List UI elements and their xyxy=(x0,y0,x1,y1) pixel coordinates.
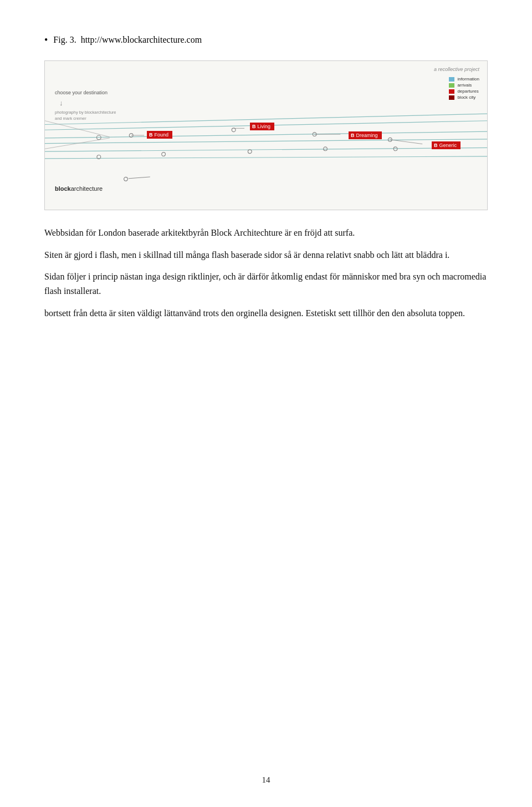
svg-line-5 xyxy=(45,156,487,159)
nav-box-b-generic: B xyxy=(434,143,438,148)
page-number: 14 xyxy=(262,775,270,785)
paragraph-1: Webbsidan för London baserade arkitektby… xyxy=(44,226,488,240)
nav-box-label-generic: Generic xyxy=(439,143,457,148)
svg-line-23 xyxy=(129,177,150,179)
paragraph-2: Siten är gjord i flash, men i skillnad t… xyxy=(44,248,488,262)
svg-point-24 xyxy=(124,177,128,181)
nav-box-living[interactable]: B Living xyxy=(250,123,274,130)
figure-reference: • Fig. 3. http://www.blockarchitecture.c… xyxy=(44,33,488,47)
brand-architecture: architecture xyxy=(71,185,103,192)
figure-text: Fig. 3. http://www.blockarchitecture.com xyxy=(53,33,202,47)
fig-label: Fig. 3. xyxy=(53,35,76,44)
paragraph-3: Sidan följer i princip nästan inga desig… xyxy=(44,270,488,298)
nav-box-label-living: Living xyxy=(258,124,271,129)
nav-box-b-dreaming: B xyxy=(351,133,355,138)
paragraph-4: bortsett från detta är siten väldigt lät… xyxy=(44,306,488,321)
nav-box-b-living: B xyxy=(252,124,256,129)
page: • Fig. 3. http://www.blockarchitecture.c… xyxy=(0,0,532,807)
svg-line-2 xyxy=(45,131,487,138)
svg-line-17 xyxy=(390,140,422,144)
svg-line-3 xyxy=(45,139,487,144)
nav-box-found[interactable]: B Found xyxy=(147,131,172,139)
screenshot-box: a recollective project information arriv… xyxy=(44,60,488,210)
screenshot-container: a recollective project information arriv… xyxy=(44,60,488,210)
nav-box-b-found: B xyxy=(149,132,153,138)
svg-point-19 xyxy=(162,153,166,156)
screenshot-lines-svg xyxy=(45,61,487,210)
nav-box-generic[interactable]: B Generic xyxy=(432,141,461,149)
nav-box-label-dreaming: Dreaming xyxy=(356,133,378,138)
nav-box-dreaming[interactable]: B Dreaming xyxy=(349,131,382,139)
bullet-symbol: • xyxy=(44,33,48,47)
svg-point-10 xyxy=(232,128,236,132)
screenshot-inner: a recollective project information arriv… xyxy=(45,61,487,210)
screenshot-brand: blockarchitecture xyxy=(55,185,103,192)
svg-line-4 xyxy=(45,148,487,152)
svg-point-20 xyxy=(248,150,252,154)
nav-box-label-found: Found xyxy=(155,132,169,138)
brand-block: block xyxy=(55,185,71,192)
fig-link: http://www.blockarchitecture.com xyxy=(81,35,202,44)
